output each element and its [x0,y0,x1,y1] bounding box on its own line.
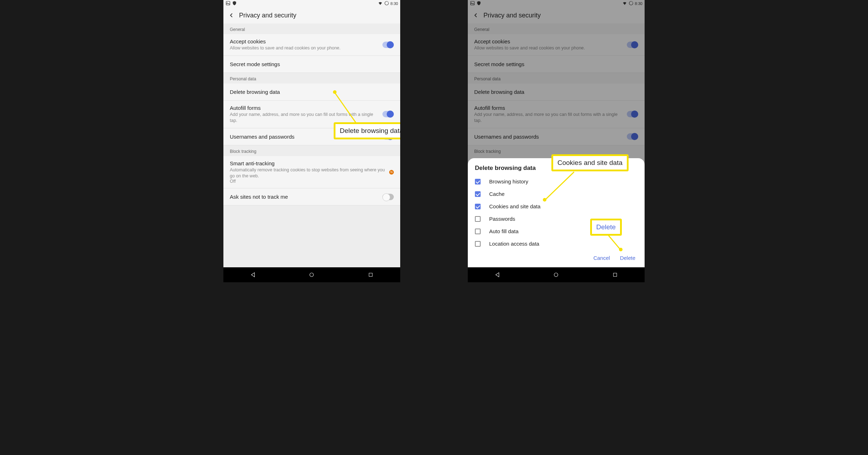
svg-point-8 [554,273,558,277]
dialog-option-cookies[interactable]: Cookies and site data [468,200,645,213]
page-title: Privacy and security [239,12,296,19]
item-title: Autofill forms [230,105,380,111]
delete-browsing-dialog: Delete browsing data Browsing history Ca… [468,158,645,267]
toggle-autofill[interactable] [627,111,638,117]
svg-point-7 [629,1,633,5]
svg-rect-5 [471,1,475,5]
item-title: Accept cookies [230,38,380,44]
section-general: General [468,23,645,34]
status-time: 8:30 [391,1,398,6]
item-subtitle: Allow websites to save and read cookies … [230,45,380,51]
item-accept-cookies[interactable]: Accept cookies Allow websites to save an… [223,34,400,56]
image-icon [470,1,475,6]
nav-home[interactable] [552,271,560,279]
item-accept-cookies[interactable]: Accept cookies Allow websites to save an… [468,34,645,56]
nav-back[interactable] [249,271,257,279]
loading-icon [384,1,389,6]
item-secret-mode[interactable]: Secret mode settings [223,56,400,73]
option-label: Cookies and site data [489,203,540,209]
item-title: Autofill forms [474,105,624,111]
shield-icon [476,1,481,6]
callout-delete-browsing: Delete browsing data [334,122,400,139]
option-label: Auto fill data [489,228,519,234]
nav-home[interactable] [307,271,316,279]
item-secret-mode[interactable]: Secret mode settings [468,56,645,73]
dialog-option-browsing-history[interactable]: Browsing history [468,175,645,188]
item-subtitle: Add your name, address, and more so you … [230,112,380,124]
section-personal: Personal data [223,73,400,84]
item-title: Smart anti-tracking [230,160,387,166]
nav-recent[interactable] [366,271,375,279]
svg-point-3 [310,273,314,277]
callout-cookies: Cookies and site data [551,154,629,171]
wifi-icon [378,1,383,6]
option-label: Cache [489,191,504,197]
item-title: Usernames and passwords [474,134,624,140]
svg-rect-0 [226,1,230,5]
delete-button[interactable]: Delete [620,255,635,261]
item-ask-sites[interactable]: Ask sites not to track me [223,188,400,205]
back-button[interactable] [472,12,479,19]
toggle-accept-cookies[interactable] [627,42,638,48]
option-label: Browsing history [489,178,528,184]
toggle-accept-cookies[interactable] [382,42,394,48]
svg-point-6 [471,2,472,3]
svg-rect-9 [613,273,616,276]
page-title: Privacy and security [483,12,541,19]
nav-recent[interactable] [611,271,619,279]
shield-icon [232,1,237,6]
item-title: Accept cookies [474,38,624,44]
status-time: 8:30 [635,1,642,6]
section-general: General [223,23,400,34]
app-bar: Privacy and security [223,7,400,23]
checkbox-icon[interactable] [475,241,481,247]
wifi-icon [622,1,627,6]
callout-marker [619,248,623,251]
item-state: Off [230,179,387,184]
item-subtitle: Automatically remove tracking cookies to… [230,167,387,179]
section-block: Block tracking [223,145,400,156]
nav-back[interactable] [493,271,502,279]
checkbox-icon[interactable] [475,204,481,209]
svg-point-1 [227,2,228,3]
status-bar: 8:30 [223,0,400,7]
item-subtitle: Add your name, address, and more so you … [474,112,624,124]
item-autofill[interactable]: Autofill forms Add your name, address, a… [468,101,645,128]
checkbox-icon[interactable] [475,179,481,184]
cancel-button[interactable]: Cancel [593,255,610,261]
item-delete-browsing[interactable]: Delete browsing data [223,84,400,101]
right-screenshot: 8:30 Privacy and security General Accept… [468,0,645,282]
item-smart-tracking[interactable]: Smart anti-tracking Automatically remove… [223,156,400,189]
item-title: Ask sites not to track me [230,194,380,200]
item-title: Secret mode settings [474,61,638,67]
checkbox-icon[interactable] [475,216,481,222]
image-icon [226,1,231,6]
callout-marker [333,90,337,94]
left-screenshot: 8:30 Privacy and security General Accept… [223,0,400,282]
back-button[interactable] [228,12,235,19]
status-bar: 8:30 [468,0,645,7]
section-personal: Personal data [468,73,645,84]
system-nav-bar [223,267,400,282]
svg-rect-4 [369,273,372,276]
option-label: Passwords [489,216,515,222]
toggle-autofill[interactable] [382,111,394,117]
option-label: Location access data [489,241,539,247]
callout-delete: Delete [590,219,622,236]
loading-icon [629,1,634,6]
app-bar: Privacy and security [468,7,645,23]
new-badge: N [389,170,394,175]
item-title: Secret mode settings [230,61,394,67]
item-delete-browsing[interactable]: Delete browsing data [468,84,645,101]
toggle-ask-sites[interactable] [382,194,394,200]
item-title: Delete browsing data [474,89,638,95]
system-nav-bar [468,267,645,282]
item-title: Delete browsing data [230,89,394,95]
toggle-usernames[interactable] [627,133,638,140]
item-usernames[interactable]: Usernames and passwords [468,128,645,145]
checkbox-icon[interactable] [475,229,481,234]
checkbox-icon[interactable] [475,191,481,197]
callout-marker [543,198,546,202]
item-subtitle: Allow websites to save and read cookies … [474,45,624,51]
